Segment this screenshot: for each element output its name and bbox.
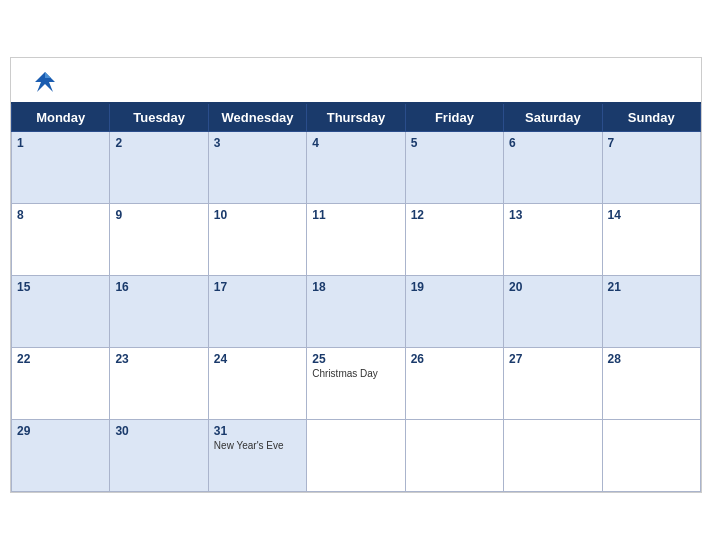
- day-cell: 12: [405, 204, 503, 276]
- day-number: 22: [17, 352, 104, 366]
- weekday-saturday: Saturday: [504, 103, 602, 132]
- day-number: 3: [214, 136, 301, 150]
- calendar: MondayTuesdayWednesdayThursdayFridaySatu…: [10, 57, 702, 493]
- day-cell: [602, 420, 700, 492]
- day-cell: 5: [405, 132, 503, 204]
- day-cell: 4: [307, 132, 405, 204]
- day-number: 14: [608, 208, 695, 222]
- day-cell: 9: [110, 204, 208, 276]
- holiday-name: New Year's Eve: [214, 440, 301, 451]
- day-cell: 19: [405, 276, 503, 348]
- day-number: 20: [509, 280, 596, 294]
- calendar-header: [11, 58, 701, 102]
- day-number: 5: [411, 136, 498, 150]
- day-number: 30: [115, 424, 202, 438]
- day-number: 12: [411, 208, 498, 222]
- day-number: 18: [312, 280, 399, 294]
- day-number: 10: [214, 208, 301, 222]
- day-cell: 24: [208, 348, 306, 420]
- day-number: 21: [608, 280, 695, 294]
- weekday-wednesday: Wednesday: [208, 103, 306, 132]
- day-number: 24: [214, 352, 301, 366]
- day-cell: 29: [12, 420, 110, 492]
- day-number: 2: [115, 136, 202, 150]
- day-number: 25: [312, 352, 399, 366]
- week-row-1: 1234567: [12, 132, 701, 204]
- day-number: 17: [214, 280, 301, 294]
- day-cell: [307, 420, 405, 492]
- day-number: 26: [411, 352, 498, 366]
- weekday-header-row: MondayTuesdayWednesdayThursdayFridaySatu…: [12, 103, 701, 132]
- day-number: 6: [509, 136, 596, 150]
- day-number: 4: [312, 136, 399, 150]
- day-cell: [405, 420, 503, 492]
- day-cell: 16: [110, 276, 208, 348]
- day-number: 31: [214, 424, 301, 438]
- day-number: 1: [17, 136, 104, 150]
- day-cell: 23: [110, 348, 208, 420]
- weekday-friday: Friday: [405, 103, 503, 132]
- day-number: 27: [509, 352, 596, 366]
- day-cell: 6: [504, 132, 602, 204]
- day-number: 28: [608, 352, 695, 366]
- day-number: 8: [17, 208, 104, 222]
- calendar-table: MondayTuesdayWednesdayThursdayFridaySatu…: [11, 102, 701, 492]
- day-cell: 8: [12, 204, 110, 276]
- day-cell: 3: [208, 132, 306, 204]
- day-cell: 15: [12, 276, 110, 348]
- day-cell: 30: [110, 420, 208, 492]
- day-cell: 27: [504, 348, 602, 420]
- day-number: 29: [17, 424, 104, 438]
- day-number: 19: [411, 280, 498, 294]
- day-cell: 20: [504, 276, 602, 348]
- day-cell: 22: [12, 348, 110, 420]
- svg-marker-1: [45, 72, 51, 78]
- weekday-sunday: Sunday: [602, 103, 700, 132]
- day-cell: 13: [504, 204, 602, 276]
- day-cell: 7: [602, 132, 700, 204]
- logo-icon: [27, 68, 63, 96]
- weekday-monday: Monday: [12, 103, 110, 132]
- day-cell: 11: [307, 204, 405, 276]
- week-row-3: 15161718192021: [12, 276, 701, 348]
- day-number: 13: [509, 208, 596, 222]
- week-row-5: 293031New Year's Eve: [12, 420, 701, 492]
- holiday-name: Christmas Day: [312, 368, 399, 379]
- day-cell: 26: [405, 348, 503, 420]
- day-cell: 2: [110, 132, 208, 204]
- day-number: 23: [115, 352, 202, 366]
- day-cell: 10: [208, 204, 306, 276]
- weekday-tuesday: Tuesday: [110, 103, 208, 132]
- day-number: 11: [312, 208, 399, 222]
- day-cell: 28: [602, 348, 700, 420]
- day-cell: 31New Year's Eve: [208, 420, 306, 492]
- day-cell: [504, 420, 602, 492]
- day-cell: 14: [602, 204, 700, 276]
- day-cell: 1: [12, 132, 110, 204]
- day-cell: 18: [307, 276, 405, 348]
- logo-area: [27, 68, 63, 96]
- day-number: 15: [17, 280, 104, 294]
- week-row-2: 891011121314: [12, 204, 701, 276]
- day-cell: 21: [602, 276, 700, 348]
- day-cell: 17: [208, 276, 306, 348]
- day-number: 9: [115, 208, 202, 222]
- day-number: 16: [115, 280, 202, 294]
- day-cell: 25Christmas Day: [307, 348, 405, 420]
- week-row-4: 22232425Christmas Day262728: [12, 348, 701, 420]
- day-number: 7: [608, 136, 695, 150]
- weekday-thursday: Thursday: [307, 103, 405, 132]
